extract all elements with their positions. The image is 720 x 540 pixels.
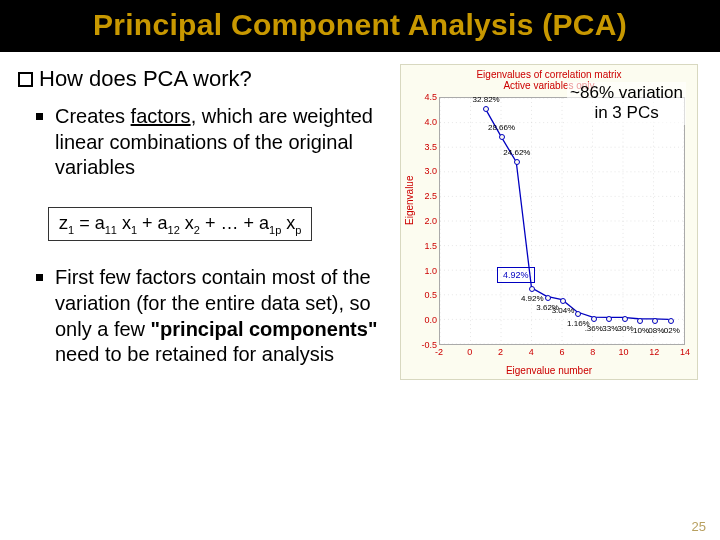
section-heading: How does PCA work? <box>18 66 390 92</box>
heading-text: How does PCA work? <box>39 66 252 92</box>
data-label: 3.04% <box>552 306 575 315</box>
slide-title: Principal Component Analysis (PCA) <box>0 8 720 42</box>
data-point <box>606 316 612 322</box>
x-tick: 2 <box>495 347 507 357</box>
chart-ylabel: Eigenvalue <box>404 176 415 225</box>
square-bullet-icon <box>18 72 33 87</box>
data-point <box>668 318 674 324</box>
data-point <box>652 318 658 324</box>
data-point <box>575 311 581 317</box>
data-label: 32.82% <box>473 95 500 104</box>
eq-x2t: x <box>180 213 194 233</box>
data-label: 28.66% <box>488 123 515 132</box>
eq-a: = a <box>74 213 105 233</box>
x-tick: 4 <box>525 347 537 357</box>
data-point <box>545 295 551 301</box>
y-tick: 3.5 <box>421 142 437 152</box>
x-tick: 6 <box>556 347 568 357</box>
y-tick: 4.0 <box>421 117 437 127</box>
eq-a12: 12 <box>168 223 180 235</box>
data-point <box>529 286 535 292</box>
b1-u: factors <box>131 105 191 127</box>
chart-column: Eigenvalues of correlation matrix Active… <box>400 66 702 380</box>
x-tick: 0 <box>464 347 476 357</box>
b2-post: need to be retained for analysis <box>55 343 334 365</box>
eq-a1p: 1p <box>269 223 281 235</box>
title-bar: Principal Component Analysis (PCA) <box>0 0 720 52</box>
b1-pre: Creates <box>55 105 131 127</box>
bullet-item-1: Creates factors, which are weighted line… <box>36 104 390 181</box>
chart-xlabel: Eigenvalue number <box>401 365 697 376</box>
page-number: 25 <box>692 519 706 534</box>
y-tick: 2.5 <box>421 191 437 201</box>
bullet-item-2: First few factors contain most of the va… <box>36 265 390 367</box>
y-tick: 4.5 <box>421 92 437 102</box>
callout-box: 4.92% <box>497 267 535 283</box>
data-point <box>499 134 505 140</box>
eq-x1t: x <box>117 213 131 233</box>
y-tick: 0.5 <box>421 290 437 300</box>
data-point <box>514 159 520 165</box>
eq-xp: p <box>295 223 301 235</box>
plot-area: 32.82%28.66%24.62%4.92%3.62%3.04%1.16%.3… <box>439 97 685 345</box>
main-row: How does PCA work? Creates factors, whic… <box>0 52 720 380</box>
data-label: 24.62% <box>503 148 530 157</box>
eq-d: + … + a <box>200 213 269 233</box>
y-tick: 0.0 <box>421 315 437 325</box>
equation-box: z1 = a11 x1 + a12 x2 + … + a1p xp <box>48 207 312 242</box>
eq-z: z <box>59 213 68 233</box>
bullet-2-text: First few factors contain most of the va… <box>55 265 390 367</box>
y-tick: 1.0 <box>421 266 437 276</box>
y-tick: 3.0 <box>421 166 437 176</box>
x-tick: 14 <box>679 347 691 357</box>
bullet-dot-icon <box>36 274 43 281</box>
data-point <box>483 106 489 112</box>
bullet-dot-icon <box>36 113 43 120</box>
y-tick: 1.5 <box>421 241 437 251</box>
ann-l2: in 3 PCs <box>594 103 658 122</box>
data-point <box>560 298 566 304</box>
x-tick: -2 <box>433 347 445 357</box>
x-tick: 10 <box>618 347 630 357</box>
x-tick: 12 <box>648 347 660 357</box>
ann-l1: ~86% variation <box>570 83 683 102</box>
bullet-1-text: Creates factors, which are weighted line… <box>55 104 390 181</box>
eq-p: + a <box>137 213 168 233</box>
data-point <box>637 318 643 324</box>
data-label: .02% <box>662 326 680 335</box>
annotation-text: ~86% variation in 3 PCs <box>567 82 686 125</box>
chart-title: Eigenvalues of correlation matrix <box>401 65 697 80</box>
data-point <box>591 316 597 322</box>
eq-a11: 11 <box>105 223 117 235</box>
y-tick: 2.0 <box>421 216 437 226</box>
x-tick: 8 <box>587 347 599 357</box>
b2-bold: "principal components" <box>151 318 378 340</box>
text-column: How does PCA work? Creates factors, whic… <box>18 66 400 380</box>
eq-xpt: x <box>281 213 295 233</box>
data-point <box>622 316 628 322</box>
